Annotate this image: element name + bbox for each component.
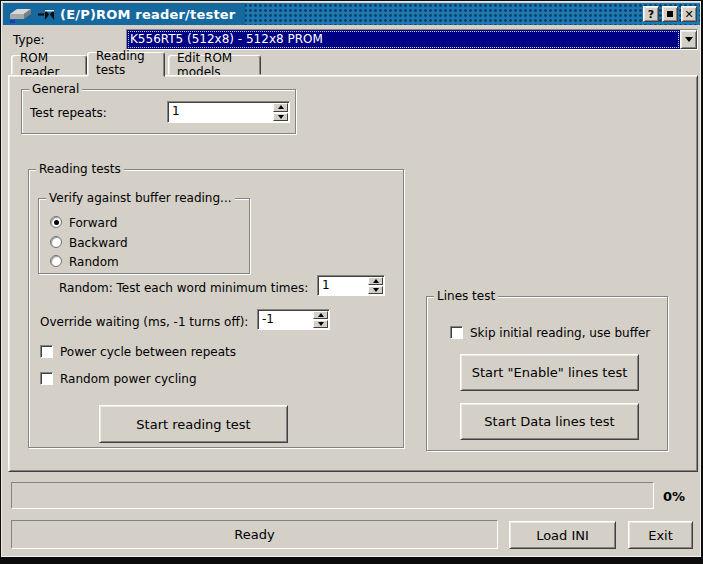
button-label: Load INI [536,528,589,543]
override-waiting-label: Override waiting (ms, -1 turns off): [40,315,248,329]
radio-dot-icon [54,220,59,225]
random-power-checkbox[interactable] [40,372,53,385]
progress-bar [11,482,654,509]
arrow-up-icon [318,313,324,317]
radio-random[interactable] [50,255,62,267]
lines-test-legend: Lines test [434,289,498,303]
skip-initial-reading-checkbox[interactable] [450,326,463,339]
verify-legend: Verify against buffer reading... [46,191,235,205]
radio-random-label[interactable]: Random [69,255,119,269]
override-waiting-value[interactable]: -1 [258,310,312,329]
spin-down-button[interactable] [273,113,288,122]
test-repeats-label: Test repeats: [30,106,107,120]
arrow-down-icon [278,115,284,119]
titlebar-left: (E/P)ROM reader/tester [3,3,245,25]
pin-icon[interactable] [38,9,55,20]
test-repeats-spinner[interactable]: 1 [167,101,290,123]
spinner-buttons [367,276,384,295]
power-cycle-label[interactable]: Power cycle between repeats [60,345,236,359]
radio-backward-label[interactable]: Backward [69,236,128,250]
tab-edit-rom-models[interactable]: Edit ROM models [168,55,261,75]
start-reading-test-button[interactable]: Start reading test [99,405,288,443]
window-title: (E/P)ROM reader/tester [60,7,235,22]
button-label: Start Data lines test [484,414,614,429]
spin-up-button[interactable] [313,311,328,319]
arrow-up-icon [373,279,379,283]
rom-type-value[interactable]: K556RT5 (512x8) - 512x8 PROM [127,30,680,49]
radio-forward[interactable] [50,216,62,228]
start-data-lines-test-button[interactable]: Start Data lines test [460,403,639,440]
button-label: Exit [648,528,673,543]
status-panel: Ready [11,520,498,549]
app-window: (E/P)ROM reader/tester ? ✕ Type: K556RT5… [0,0,703,564]
random-min-label: Random: Test each word minimum times: [59,281,308,295]
tab-reading-tests[interactable]: Reading tests [87,52,165,77]
reading-tests-groupbox: Reading tests Verify against buffer read… [28,169,404,448]
general-legend: General [29,82,82,96]
radio-forward-label[interactable]: Forward [69,216,117,230]
maximize-icon [667,11,673,17]
exit-button[interactable]: Exit [628,521,693,549]
verify-groupbox: Verify against buffer reading... Forward… [38,198,250,274]
lines-test-groupbox: Lines test Skip initial reading, use buf… [426,296,668,451]
close-icon: ✕ [684,9,693,20]
arrow-down-icon [373,288,379,292]
close-button[interactable]: ✕ [681,6,697,22]
spin-up-button[interactable] [273,103,288,112]
tab-label: Reading tests [96,49,156,77]
spin-down-button[interactable] [368,286,383,294]
random-power-label[interactable]: Random power cycling [60,372,197,386]
help-button[interactable]: ? [643,6,659,22]
spin-down-button[interactable] [313,320,328,328]
chevron-down-icon [685,37,693,42]
start-enable-lines-test-button[interactable]: Start "Enable" lines test [460,354,639,391]
maximize-button[interactable] [662,6,678,22]
radio-backward[interactable] [50,236,62,248]
tab-page-reading-tests: General Test repeats: 1 Reading tests Ve… [8,75,698,472]
titlebar[interactable]: (E/P)ROM reader/tester ? ✕ [3,3,700,25]
reading-tests-legend: Reading tests [36,162,124,176]
status-text: Ready [234,527,274,542]
test-repeats-value[interactable]: 1 [168,102,272,122]
help-icon: ? [648,9,654,20]
spin-up-button[interactable] [368,277,383,285]
button-label: Start reading test [136,417,250,432]
override-waiting-spinner[interactable]: -1 [257,309,330,330]
skip-initial-reading-label[interactable]: Skip initial reading, use buffer [470,326,650,340]
type-label: Type: [13,33,45,47]
arrow-up-icon [278,105,284,109]
spinner-buttons [272,102,289,122]
random-min-value[interactable]: 1 [318,276,367,295]
load-ini-button[interactable]: Load INI [509,521,616,549]
arrow-down-icon [318,322,324,326]
titlebar-buttons: ? ✕ [643,6,697,22]
tab-rom-reader[interactable]: ROM reader [11,55,87,75]
chip-icon [7,6,33,23]
button-label: Start "Enable" lines test [472,365,628,380]
combobox-dropdown-button[interactable] [680,30,697,49]
spinner-buttons [312,310,329,329]
general-groupbox: General Test repeats: 1 [21,89,296,134]
power-cycle-checkbox[interactable] [40,345,53,358]
random-min-spinner[interactable]: 1 [317,275,385,296]
rom-type-combobox[interactable]: K556RT5 (512x8) - 512x8 PROM [126,29,698,50]
progress-percent: 0% [663,489,685,504]
